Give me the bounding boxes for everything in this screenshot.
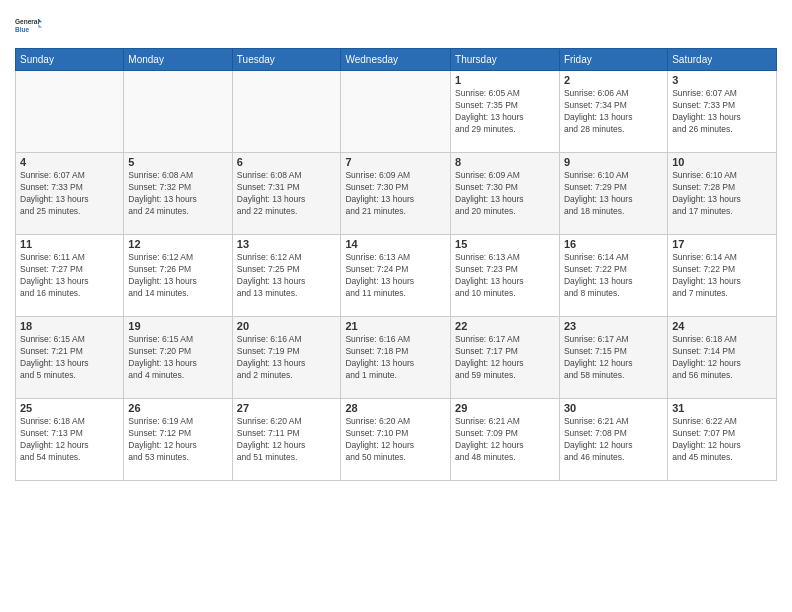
week-row-2: 4Sunrise: 6:07 AM Sunset: 7:33 PM Daylig… bbox=[16, 153, 777, 235]
day-number: 17 bbox=[672, 238, 772, 250]
day-info: Sunrise: 6:17 AM Sunset: 7:17 PM Dayligh… bbox=[455, 334, 555, 382]
calendar-cell: 31Sunrise: 6:22 AM Sunset: 7:07 PM Dayli… bbox=[668, 399, 777, 481]
day-number: 27 bbox=[237, 402, 337, 414]
calendar-cell: 12Sunrise: 6:12 AM Sunset: 7:26 PM Dayli… bbox=[124, 235, 232, 317]
calendar-cell: 14Sunrise: 6:13 AM Sunset: 7:24 PM Dayli… bbox=[341, 235, 451, 317]
day-number: 3 bbox=[672, 74, 772, 86]
day-number: 15 bbox=[455, 238, 555, 250]
day-number: 25 bbox=[20, 402, 119, 414]
day-number: 22 bbox=[455, 320, 555, 332]
calendar-cell: 3Sunrise: 6:07 AM Sunset: 7:33 PM Daylig… bbox=[668, 71, 777, 153]
day-info: Sunrise: 6:13 AM Sunset: 7:24 PM Dayligh… bbox=[345, 252, 446, 300]
day-number: 13 bbox=[237, 238, 337, 250]
calendar-cell: 1Sunrise: 6:05 AM Sunset: 7:35 PM Daylig… bbox=[451, 71, 560, 153]
day-number: 2 bbox=[564, 74, 663, 86]
calendar-cell: 29Sunrise: 6:21 AM Sunset: 7:09 PM Dayli… bbox=[451, 399, 560, 481]
calendar-cell: 6Sunrise: 6:08 AM Sunset: 7:31 PM Daylig… bbox=[232, 153, 341, 235]
calendar-header-row: SundayMondayTuesdayWednesdayThursdayFrid… bbox=[16, 49, 777, 71]
calendar-cell: 25Sunrise: 6:18 AM Sunset: 7:13 PM Dayli… bbox=[16, 399, 124, 481]
day-info: Sunrise: 6:16 AM Sunset: 7:19 PM Dayligh… bbox=[237, 334, 337, 382]
calendar-cell: 21Sunrise: 6:16 AM Sunset: 7:18 PM Dayli… bbox=[341, 317, 451, 399]
day-info: Sunrise: 6:19 AM Sunset: 7:12 PM Dayligh… bbox=[128, 416, 227, 464]
calendar-cell: 4Sunrise: 6:07 AM Sunset: 7:33 PM Daylig… bbox=[16, 153, 124, 235]
header-day-saturday: Saturday bbox=[668, 49, 777, 71]
calendar-cell: 27Sunrise: 6:20 AM Sunset: 7:11 PM Dayli… bbox=[232, 399, 341, 481]
day-number: 29 bbox=[455, 402, 555, 414]
day-number: 31 bbox=[672, 402, 772, 414]
day-info: Sunrise: 6:05 AM Sunset: 7:35 PM Dayligh… bbox=[455, 88, 555, 136]
week-row-1: 1Sunrise: 6:05 AM Sunset: 7:35 PM Daylig… bbox=[16, 71, 777, 153]
day-number: 30 bbox=[564, 402, 663, 414]
day-number: 6 bbox=[237, 156, 337, 168]
calendar-cell: 26Sunrise: 6:19 AM Sunset: 7:12 PM Dayli… bbox=[124, 399, 232, 481]
day-info: Sunrise: 6:08 AM Sunset: 7:31 PM Dayligh… bbox=[237, 170, 337, 218]
day-info: Sunrise: 6:12 AM Sunset: 7:25 PM Dayligh… bbox=[237, 252, 337, 300]
day-number: 7 bbox=[345, 156, 446, 168]
day-number: 12 bbox=[128, 238, 227, 250]
header-day-wednesday: Wednesday bbox=[341, 49, 451, 71]
calendar-cell: 17Sunrise: 6:14 AM Sunset: 7:22 PM Dayli… bbox=[668, 235, 777, 317]
day-info: Sunrise: 6:11 AM Sunset: 7:27 PM Dayligh… bbox=[20, 252, 119, 300]
calendar-cell: 30Sunrise: 6:21 AM Sunset: 7:08 PM Dayli… bbox=[559, 399, 667, 481]
calendar-cell: 24Sunrise: 6:18 AM Sunset: 7:14 PM Dayli… bbox=[668, 317, 777, 399]
day-number: 28 bbox=[345, 402, 446, 414]
header-day-friday: Friday bbox=[559, 49, 667, 71]
calendar-cell: 15Sunrise: 6:13 AM Sunset: 7:23 PM Dayli… bbox=[451, 235, 560, 317]
header-day-thursday: Thursday bbox=[451, 49, 560, 71]
calendar-cell bbox=[232, 71, 341, 153]
day-number: 19 bbox=[128, 320, 227, 332]
calendar-cell: 7Sunrise: 6:09 AM Sunset: 7:30 PM Daylig… bbox=[341, 153, 451, 235]
day-info: Sunrise: 6:10 AM Sunset: 7:29 PM Dayligh… bbox=[564, 170, 663, 218]
day-number: 4 bbox=[20, 156, 119, 168]
day-info: Sunrise: 6:16 AM Sunset: 7:18 PM Dayligh… bbox=[345, 334, 446, 382]
day-info: Sunrise: 6:07 AM Sunset: 7:33 PM Dayligh… bbox=[20, 170, 119, 218]
calendar-cell: 5Sunrise: 6:08 AM Sunset: 7:32 PM Daylig… bbox=[124, 153, 232, 235]
day-info: Sunrise: 6:22 AM Sunset: 7:07 PM Dayligh… bbox=[672, 416, 772, 464]
day-info: Sunrise: 6:14 AM Sunset: 7:22 PM Dayligh… bbox=[672, 252, 772, 300]
calendar-cell bbox=[124, 71, 232, 153]
calendar-cell: 13Sunrise: 6:12 AM Sunset: 7:25 PM Dayli… bbox=[232, 235, 341, 317]
day-number: 9 bbox=[564, 156, 663, 168]
day-number: 26 bbox=[128, 402, 227, 414]
day-info: Sunrise: 6:09 AM Sunset: 7:30 PM Dayligh… bbox=[455, 170, 555, 218]
header-day-sunday: Sunday bbox=[16, 49, 124, 71]
calendar-table: SundayMondayTuesdayWednesdayThursdayFrid… bbox=[15, 48, 777, 481]
day-number: 20 bbox=[237, 320, 337, 332]
svg-text:Blue: Blue bbox=[15, 26, 29, 33]
calendar-cell: 16Sunrise: 6:14 AM Sunset: 7:22 PM Dayli… bbox=[559, 235, 667, 317]
day-info: Sunrise: 6:20 AM Sunset: 7:11 PM Dayligh… bbox=[237, 416, 337, 464]
day-number: 18 bbox=[20, 320, 119, 332]
calendar-cell: 2Sunrise: 6:06 AM Sunset: 7:34 PM Daylig… bbox=[559, 71, 667, 153]
calendar-cell: 20Sunrise: 6:16 AM Sunset: 7:19 PM Dayli… bbox=[232, 317, 341, 399]
day-info: Sunrise: 6:21 AM Sunset: 7:08 PM Dayligh… bbox=[564, 416, 663, 464]
day-number: 16 bbox=[564, 238, 663, 250]
day-number: 10 bbox=[672, 156, 772, 168]
calendar-cell: 10Sunrise: 6:10 AM Sunset: 7:28 PM Dayli… bbox=[668, 153, 777, 235]
calendar-cell: 9Sunrise: 6:10 AM Sunset: 7:29 PM Daylig… bbox=[559, 153, 667, 235]
calendar-cell: 22Sunrise: 6:17 AM Sunset: 7:17 PM Dayli… bbox=[451, 317, 560, 399]
day-info: Sunrise: 6:06 AM Sunset: 7:34 PM Dayligh… bbox=[564, 88, 663, 136]
calendar-cell: 18Sunrise: 6:15 AM Sunset: 7:21 PM Dayli… bbox=[16, 317, 124, 399]
day-number: 8 bbox=[455, 156, 555, 168]
logo: General Blue bbox=[15, 10, 43, 40]
day-info: Sunrise: 6:20 AM Sunset: 7:10 PM Dayligh… bbox=[345, 416, 446, 464]
calendar-cell: 8Sunrise: 6:09 AM Sunset: 7:30 PM Daylig… bbox=[451, 153, 560, 235]
header-day-monday: Monday bbox=[124, 49, 232, 71]
header: General Blue bbox=[15, 10, 777, 40]
week-row-3: 11Sunrise: 6:11 AM Sunset: 7:27 PM Dayli… bbox=[16, 235, 777, 317]
calendar-cell: 23Sunrise: 6:17 AM Sunset: 7:15 PM Dayli… bbox=[559, 317, 667, 399]
day-number: 14 bbox=[345, 238, 446, 250]
header-day-tuesday: Tuesday bbox=[232, 49, 341, 71]
week-row-4: 18Sunrise: 6:15 AM Sunset: 7:21 PM Dayli… bbox=[16, 317, 777, 399]
day-number: 21 bbox=[345, 320, 446, 332]
day-number: 11 bbox=[20, 238, 119, 250]
day-info: Sunrise: 6:14 AM Sunset: 7:22 PM Dayligh… bbox=[564, 252, 663, 300]
day-info: Sunrise: 6:13 AM Sunset: 7:23 PM Dayligh… bbox=[455, 252, 555, 300]
day-number: 23 bbox=[564, 320, 663, 332]
day-info: Sunrise: 6:18 AM Sunset: 7:14 PM Dayligh… bbox=[672, 334, 772, 382]
calendar-cell: 19Sunrise: 6:15 AM Sunset: 7:20 PM Dayli… bbox=[124, 317, 232, 399]
day-number: 5 bbox=[128, 156, 227, 168]
day-info: Sunrise: 6:17 AM Sunset: 7:15 PM Dayligh… bbox=[564, 334, 663, 382]
page: General Blue SundayMondayTuesdayWednesda… bbox=[0, 0, 792, 612]
day-number: 1 bbox=[455, 74, 555, 86]
